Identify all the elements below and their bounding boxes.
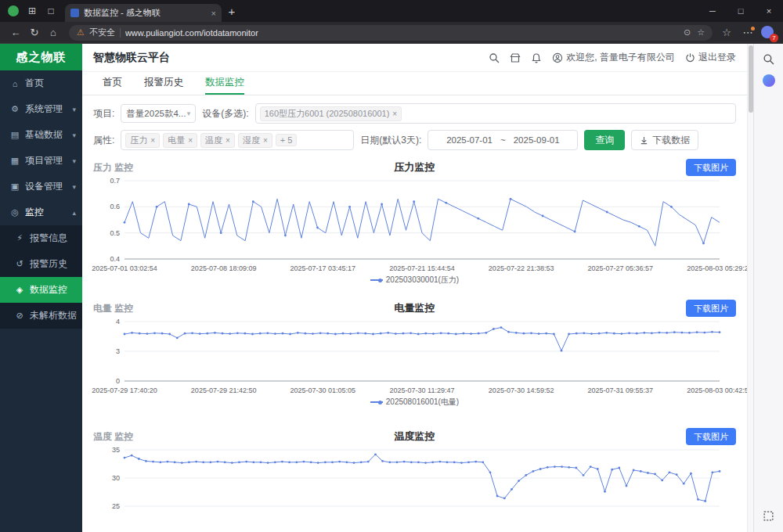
sidebar-item-4[interactable]: ▣设备管理▾ <box>0 174 82 200</box>
power-icon <box>685 52 695 63</box>
download-image-button[interactable]: 下载图片 <box>686 159 736 176</box>
address-bar[interactable]: ⚠ 不安全 www.puliangiot.com/iotdatamonitor … <box>69 25 713 41</box>
svg-text:30: 30 <box>112 474 120 482</box>
svg-text:0.4: 0.4 <box>110 255 120 263</box>
url-text: www.puliangiot.com/iotdatamonitor <box>125 28 258 38</box>
project-label: 项目: <box>93 107 114 120</box>
data-monitor-icon: ◈ <box>14 285 25 295</box>
sidebar-item-1[interactable]: ⚙系统管理▾ <box>0 96 82 122</box>
remove-tag-icon[interactable]: × <box>392 110 397 118</box>
x-tick-label: 2025-07-17 03:45:17 <box>290 264 356 272</box>
tab-0[interactable]: 首页 <box>103 72 122 95</box>
project-select[interactable]: 普量2025款4... ▾ <box>121 104 196 123</box>
refresh-icon[interactable]: ↻ <box>25 23 44 42</box>
x-tick-label: 2025-08-03 00:42:59 <box>687 386 747 394</box>
app-sidebar: 感之物联 ⌂首页⚙系统管理▾▤基础数据▾▦项目管理▾▣设备管理▾◎监控▴⚡报警信… <box>0 44 82 532</box>
security-label: 不安全 <box>89 27 115 38</box>
logout-button[interactable]: 退出登录 <box>685 51 736 64</box>
download-data-button[interactable]: 下载数据 <box>631 130 698 150</box>
copilot-icon[interactable] <box>762 74 776 88</box>
section-label: 电量 监控 <box>93 302 165 315</box>
battery-chart[interactable]: 430 <box>93 318 735 386</box>
store-icon[interactable] <box>510 52 521 63</box>
favorites-icon[interactable]: ☆ <box>719 27 734 38</box>
attr-tag-1: 电量× <box>163 133 197 148</box>
browser-titlebar: ⊞ □ 数据监控 - 感之物联 × + ─ □ × <box>0 0 783 22</box>
app-logo: 感之物联 <box>0 44 82 70</box>
sidebar-subitem-2[interactable]: ◈数据监控 <box>0 277 82 303</box>
bookmark-star-icon[interactable]: ☆ <box>697 27 705 38</box>
chevron-down-icon: ▾ <box>187 110 191 117</box>
section-label: 压力 监控 <box>93 161 165 174</box>
sidebar-item-2[interactable]: ▤基础数据▾ <box>0 122 82 148</box>
date-range-picker[interactable]: 2025-07-01 ~ 2025-09-01 <box>428 130 578 150</box>
app-header: 智慧物联云平台 欢迎您, 普量电子有限公司 退出登录 <box>82 44 747 72</box>
main-content: 智慧物联云平台 欢迎您, 普量电子有限公司 退出登录 <box>82 44 747 532</box>
browser-home-icon[interactable]: ⌂ <box>44 23 63 42</box>
x-tick-label: 2025-07-08 18:09:09 <box>191 264 257 272</box>
attr-more-tag[interactable]: + 5 <box>276 134 298 146</box>
device-label: 设备(多选): <box>202 107 248 120</box>
chart-title: 电量监控 <box>165 301 664 315</box>
chevron-up-icon: ▴ <box>72 209 76 217</box>
sidebar-subitem-3[interactable]: ⊘未解析数据 <box>0 303 82 329</box>
pressure-chart[interactable]: 0.70.60.50.4 <box>93 177 735 264</box>
user-circle-icon <box>552 52 563 63</box>
download-image-button[interactable]: 下载图片 <box>686 428 736 445</box>
browser-tab[interactable]: 数据监控 - 感之物联 × <box>65 4 222 22</box>
svg-text:0.7: 0.7 <box>110 177 120 185</box>
sidebar-item-5[interactable]: ◎监控▴ <box>0 200 82 225</box>
temperature-chart[interactable]: 35302520 <box>93 446 735 532</box>
remove-tag-icon[interactable]: × <box>150 136 155 145</box>
edge-sidebar-rail <box>753 44 783 532</box>
tab-2[interactable]: 数据监控 <box>205 72 244 95</box>
chart-section-temperature: 温度 监控 温度监控 下载图片 35302520 <box>82 419 747 532</box>
chart-legend[interactable]: 202503030001(压力) <box>93 274 736 286</box>
history-icon: ↺ <box>14 259 25 269</box>
sidebar-item-3[interactable]: ▦项目管理▾ <box>0 148 82 174</box>
window-maximize-button[interactable]: □ <box>727 0 755 22</box>
chart-legend[interactable]: 202508016001(电量) <box>93 396 736 408</box>
x-tick-label: 2025-07-27 05:36:57 <box>588 264 654 272</box>
monitor-icon: ◎ <box>9 207 20 217</box>
svg-text:4: 4 <box>116 318 120 325</box>
search-icon[interactable] <box>489 52 500 63</box>
browser-account-icon[interactable]: 7 <box>761 26 775 40</box>
tabs-row: 首页报警历史数据监控 <box>82 72 747 95</box>
x-tick-label: 2025-07-21 15:44:54 <box>389 264 455 272</box>
window-close-button[interactable]: × <box>755 0 783 22</box>
chevron-down-icon: ▾ <box>72 106 76 113</box>
attr-multiselect[interactable]: 压力×电量×温度×湿度×+ 5 <box>121 130 354 150</box>
remove-tag-icon[interactable]: × <box>226 136 230 145</box>
sidebar-search-icon[interactable] <box>762 52 776 66</box>
page-scrollbar[interactable] <box>747 44 753 532</box>
remove-tag-icon[interactable]: × <box>263 136 268 145</box>
new-tab-button[interactable]: + <box>222 5 242 18</box>
sidebar-subitem-1[interactable]: ↺报警历史 <box>0 251 82 277</box>
back-icon[interactable]: ← <box>6 23 25 42</box>
screenshot-tool-icon[interactable] <box>762 509 776 523</box>
remove-tag-icon[interactable]: × <box>188 136 193 145</box>
browser-profile-icon[interactable] <box>8 5 19 16</box>
device-multiselect[interactable]: 160型压力6001 (202508016001) × <box>255 103 736 124</box>
download-image-button[interactable]: 下载图片 <box>686 300 736 317</box>
scrollbar-thumb[interactable] <box>749 45 753 113</box>
tab-actions-icon[interactable]: □ <box>41 2 60 20</box>
sidebar-subitem-0[interactable]: ⚡报警信息 <box>0 225 82 251</box>
query-button[interactable]: 查询 <box>584 130 625 150</box>
window-minimize-button[interactable]: ─ <box>698 0 727 22</box>
tab-1[interactable]: 报警历史 <box>144 72 183 95</box>
browser-menu-icon[interactable]: ⋯ <box>740 27 756 38</box>
svg-text:3: 3 <box>116 347 120 355</box>
section-label: 温度 监控 <box>93 430 165 444</box>
filters-panel: 项目: 普量2025款4... ▾ 设备(多选): 160型压力6001 (20… <box>82 95 747 153</box>
reader-icon[interactable]: ⊙ <box>684 27 691 38</box>
sidebar-item-0[interactable]: ⌂首页 <box>0 70 82 96</box>
chart-section-pressure: 压力 监控 压力监控 下载图片 0.70.60.50.4 2025-07-01 … <box>82 153 747 286</box>
attr-tag-2: 温度× <box>200 133 235 148</box>
workspaces-icon[interactable]: ⊞ <box>23 2 41 20</box>
welcome-text: 欢迎您, 普量电子有限公司 <box>552 51 675 64</box>
tab-close-icon[interactable]: × <box>211 9 216 18</box>
bell-icon[interactable] <box>531 52 542 63</box>
browser-toolbar: ← ↻ ⌂ ⚠ 不安全 www.puliangiot.com/iotdatamo… <box>0 22 783 44</box>
